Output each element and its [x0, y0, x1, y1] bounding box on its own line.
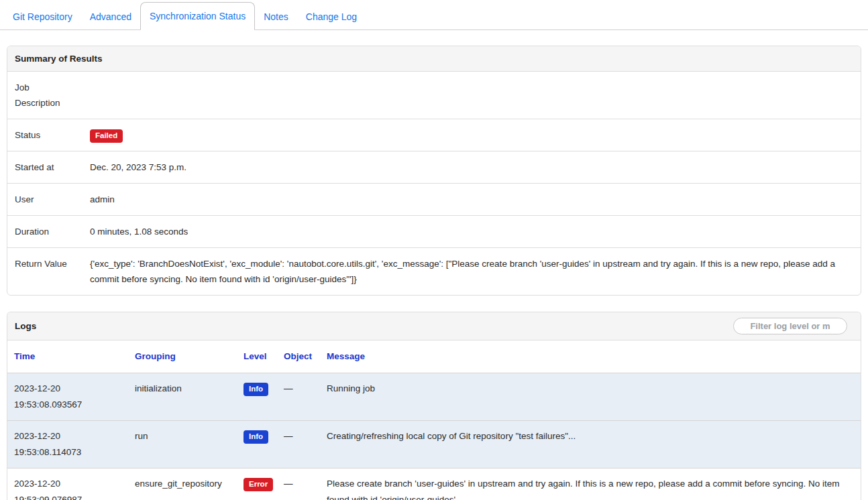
tab-advanced[interactable]: Advanced: [81, 4, 140, 29]
log-table-header-row: Time Grouping Level Object Message: [7, 340, 861, 373]
summary-row-started-at: Started at Dec. 20, 2023 7:53 p.m.: [7, 151, 861, 184]
started-at-label: Started at: [7, 151, 90, 184]
log-grouping: run: [135, 421, 243, 468]
column-header-object[interactable]: Object: [284, 351, 312, 361]
log-date: 2023-12-20: [14, 476, 128, 492]
column-header-time[interactable]: Time: [14, 351, 35, 361]
log-row-ensure-git-repository: 2023-12-20 19:53:09.076987 ensure_git_re…: [7, 468, 861, 500]
log-row-initialization: 2023-12-20 19:53:08.093567 initializatio…: [7, 373, 861, 421]
log-message: Please create branch 'user-guides' in up…: [327, 468, 861, 500]
description-label: Description: [15, 95, 83, 111]
log-time: 19:53:08.114073: [14, 444, 128, 460]
log-table: Time Grouping Level Object Message 2023-…: [7, 340, 861, 500]
tab-synchronization-status[interactable]: Synchronization Status: [140, 2, 255, 30]
log-date: 2023-12-20: [14, 428, 128, 444]
column-header-grouping[interactable]: Grouping: [135, 351, 176, 361]
log-level-cell: Info: [243, 373, 284, 421]
return-value-text: {'exc_type': 'BranchDoesNotExist', 'exc_…: [90, 248, 861, 296]
column-header-level[interactable]: Level: [243, 351, 267, 361]
status-value-cell: Failed: [90, 119, 861, 151]
status-failed-badge: Failed: [90, 129, 123, 143]
log-object: —: [284, 421, 327, 468]
column-header-message[interactable]: Message: [327, 351, 365, 361]
summary-row-job: Job Description: [7, 72, 861, 119]
duration-label: Duration: [7, 216, 90, 248]
tab-git-repository[interactable]: Git Repository: [4, 4, 81, 29]
summary-table: Job Description Status Failed Started at…: [7, 72, 861, 295]
user-label: User: [7, 184, 90, 216]
tab-bar: Git Repository Advanced Synchronization …: [0, 0, 868, 30]
summary-panel: Summary of Results Job Description Statu…: [7, 46, 861, 296]
log-level-info-badge: Info: [243, 430, 268, 444]
tab-notes[interactable]: Notes: [255, 4, 297, 29]
log-level-cell: Info: [243, 421, 284, 468]
log-object: —: [284, 468, 327, 500]
status-label: Status: [7, 119, 90, 151]
log-date: 2023-12-20: [14, 381, 128, 397]
log-message: Creating/refreshing local copy of Git re…: [327, 421, 861, 468]
return-value-label: Return Value: [7, 248, 90, 296]
logs-panel-heading: Logs: [7, 312, 861, 340]
log-row-run: 2023-12-20 19:53:08.114073 run Info — Cr…: [7, 421, 861, 468]
log-time-cell: 2023-12-20 19:53:08.114073: [7, 421, 135, 468]
logs-panel: Logs Time Grouping Level Object Message …: [7, 312, 861, 500]
tab-change-log[interactable]: Change Log: [297, 4, 366, 29]
log-level-cell: Error: [243, 468, 284, 500]
started-at-value: Dec. 20, 2023 7:53 p.m.: [90, 151, 861, 184]
log-grouping: initialization: [135, 373, 243, 421]
job-description-value: [90, 72, 861, 119]
job-label: Job: [15, 80, 83, 95]
log-grouping: ensure_git_repository: [135, 468, 243, 500]
summary-row-duration: Duration 0 minutes, 1.08 seconds: [7, 216, 861, 248]
log-filter-input[interactable]: [733, 318, 847, 334]
log-time-cell: 2023-12-20 19:53:09.076987: [7, 468, 135, 500]
duration-value: 0 minutes, 1.08 seconds: [90, 216, 861, 248]
summary-row-return-value: Return Value {'exc_type': 'BranchDoesNot…: [7, 248, 861, 296]
job-description-label-cell: Job Description: [7, 72, 90, 119]
summary-panel-title: Summary of Results: [7, 46, 861, 72]
summary-row-status: Status Failed: [7, 119, 861, 151]
summary-row-user: User admin: [7, 184, 861, 216]
log-time: 19:53:09.076987: [14, 492, 128, 500]
logs-panel-title: Logs: [15, 321, 36, 331]
log-object: —: [284, 373, 327, 421]
log-level-info-badge: Info: [243, 383, 268, 396]
log-time: 19:53:08.093567: [14, 397, 128, 413]
user-value: admin: [90, 184, 861, 216]
log-message: Running job: [327, 373, 861, 421]
log-time-cell: 2023-12-20 19:53:08.093567: [7, 373, 135, 421]
log-level-error-badge: Error: [243, 478, 273, 491]
